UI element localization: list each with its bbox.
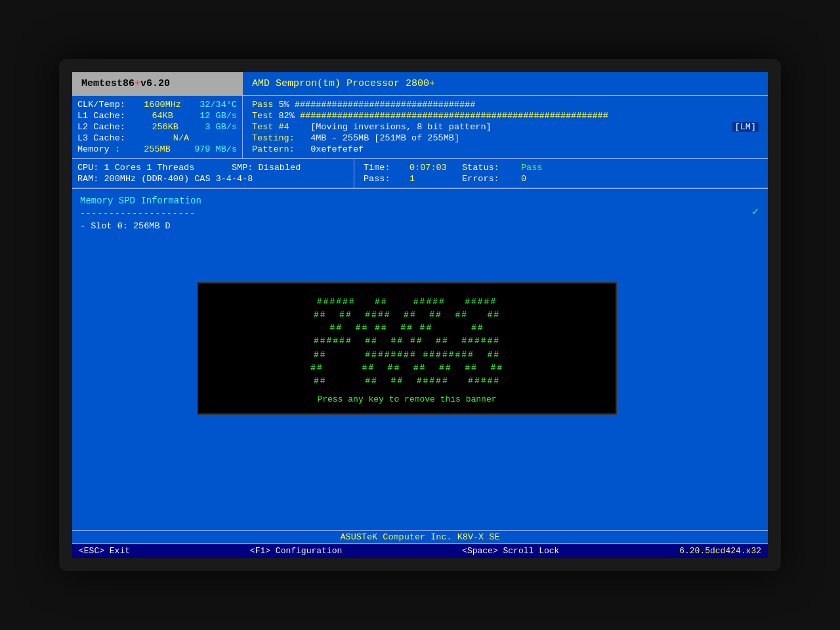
- l2-val: 256KB: [152, 122, 178, 132]
- pass-hashes: ##################################: [295, 100, 475, 110]
- l3-label: L3 Cache:: [77, 133, 125, 143]
- lm-tag: [LM]: [732, 122, 759, 132]
- l1-label: L1 Cache:: [77, 111, 125, 121]
- ram-row: RAM: 200MHz (DDR-400) CAS 3-4-4-8: [77, 174, 348, 184]
- banner-line-1: ###### ## ##### #####: [214, 295, 600, 308]
- test-num-line: Test #4 [Moving inversions, 8 bit patter…: [252, 122, 759, 132]
- mem-label: Memory :: [77, 144, 120, 154]
- l2-speed: 3 GB/s: [205, 122, 237, 132]
- test-pct-line: Test 82% ###############################…: [252, 111, 759, 121]
- mem-speed: 979 MB/s: [194, 144, 237, 154]
- pass-line: Pass 5% ################################…: [252, 100, 759, 110]
- pass-errors-row: Pass: 1 Errors: 0: [364, 174, 759, 184]
- mem-val: 255MB: [144, 144, 171, 154]
- testing-val: 4MB - 255MB [251MB of 255MB]: [310, 133, 459, 143]
- test-num: Test #4: [252, 122, 289, 132]
- l2-label: L2 Cache:: [77, 122, 125, 132]
- status-left: CPU: 1 Cores 1 Threads SMP: Disabled RAM…: [72, 159, 354, 188]
- test-pct: 82%: [279, 111, 295, 121]
- footer-space[interactable]: <Space> Scroll Lock: [462, 546, 559, 556]
- banner-line-6: ## ## ## ## ## ## ##: [214, 362, 600, 375]
- pass-num: 1: [410, 174, 462, 184]
- slot-info: - Slot 0: 256MB D: [80, 221, 760, 231]
- status-key: Status:: [462, 163, 521, 173]
- system-info: CLK/Temp: 1600MHz 32/34°C L1 Cache: 64KB…: [72, 96, 243, 158]
- pass-key: Pass:: [364, 174, 410, 184]
- pass-pct: 5%: [279, 100, 289, 110]
- version-label: v6.20: [140, 78, 170, 89]
- header-title: Memtest86+ v6.20: [72, 72, 243, 95]
- footer: ASUSTeK Computer Inc. K8V-X SE <ESC> Exi…: [72, 530, 768, 558]
- footer-keys: <ESC> Exit <F1> Configuration <Space> Sc…: [72, 543, 768, 558]
- clk-label: CLK/Temp:: [77, 100, 125, 110]
- banner-prompt[interactable]: Press any key to remove this banner: [214, 394, 600, 404]
- monitor-frame: Memtest86+ v6.20 AMD Sempron(tm) Process…: [59, 59, 781, 571]
- plus-sign: +: [135, 78, 140, 89]
- l3-row: L3 Cache: N/A: [77, 133, 237, 143]
- cpu-name: AMD Sempron(tm) Processor 2800+: [252, 78, 435, 89]
- banner-line-2: ## ## #### ## ## ## ##: [214, 308, 600, 322]
- time-status-row: Time: 0:07:03 Status: Pass: [364, 163, 759, 173]
- smp-label: SMP: Disabled: [232, 163, 301, 173]
- main-area: Memory SPD Information -----------------…: [72, 189, 768, 238]
- l3-val: N/A: [173, 133, 189, 143]
- cpu-cores-label: CPU: 1 Cores 1 Threads: [77, 163, 194, 173]
- testing-label: Testing:: [252, 133, 295, 143]
- banner-line-4: ###### ## ## ## ## ######: [214, 335, 600, 348]
- header-row: Memtest86+ v6.20 AMD Sempron(tm) Process…: [72, 72, 768, 96]
- pattern-val: 0xefefefef: [310, 144, 364, 154]
- pattern-label: Pattern:: [252, 144, 295, 154]
- status-right: Time: 0:07:03 Status: Pass Pass: 1 Error…: [354, 159, 768, 188]
- header-cpu: AMD Sempron(tm) Processor 2800+: [243, 72, 768, 95]
- info-section: CLK/Temp: 1600MHz 32/34°C L1 Cache: 64KB…: [72, 96, 768, 159]
- pattern-line: Pattern: 0xefefefef: [252, 144, 759, 154]
- app-name: Memtest86+: [81, 78, 140, 89]
- clk-val: 1600MHz: [144, 100, 181, 110]
- errors-key: Errors:: [462, 174, 521, 184]
- spd-title: Memory SPD Information: [80, 196, 760, 206]
- testing-line: Testing: 4MB - 255MB [251MB of 255MB]: [252, 133, 759, 143]
- banner-art: ###### ## ##### ##### ## ## #### ## ## #…: [214, 295, 600, 388]
- status-section: CPU: 1 Cores 1 Threads SMP: Disabled RAM…: [72, 159, 768, 189]
- time-val: 0:07:03: [410, 163, 462, 173]
- pass-label: Pass: [252, 100, 273, 110]
- mem-row: Memory : 255MB 979 MB/s: [77, 144, 237, 154]
- banner-line-7: ## ## ## ##### #####: [214, 375, 600, 388]
- l1-val: 64KB: [152, 111, 173, 121]
- ram-label: RAM: 200MHz (DDR-400) CAS 3-4-4-8: [77, 174, 253, 184]
- footer-esc[interactable]: <ESC> Exit: [79, 546, 130, 556]
- clk-row: CLK/Temp: 1600MHz 32/34°C: [77, 100, 237, 110]
- footer-f1[interactable]: <F1> Configuration: [250, 546, 342, 556]
- time-key: Time:: [364, 163, 410, 173]
- footer-brand: ASUSTeK Computer Inc. K8V-X SE: [72, 530, 768, 543]
- cpu-cores-row: CPU: 1 Cores 1 Threads SMP: Disabled: [77, 163, 348, 173]
- banner-line-3: ## ## ## ## ## ##: [214, 322, 600, 335]
- footer-version: 6.20.5dcd424.x32: [679, 546, 761, 556]
- test-hashes: ########################################…: [300, 111, 608, 121]
- test-label: Test: [252, 111, 273, 121]
- banner-overlay[interactable]: ###### ## ##### ##### ## ## #### ## ## #…: [197, 282, 617, 415]
- l1-row: L1 Cache: 64KB 12 GB/s: [77, 111, 237, 121]
- screen: Memtest86+ v6.20 AMD Sempron(tm) Process…: [72, 72, 768, 558]
- spd-dashes: --------------------: [80, 209, 760, 219]
- l1-speed: 12 GB/s: [200, 111, 237, 121]
- errors-val: 0: [521, 174, 574, 184]
- test-desc: [Moving inversions, 8 bit pattern]: [310, 122, 491, 132]
- status-val: Pass: [521, 163, 542, 173]
- l2-row: L2 Cache: 256KB 3 GB/s: [77, 122, 237, 132]
- clk-temp: 32/34°C: [200, 100, 237, 110]
- banner-line-5: ## ######## ######## ##: [214, 348, 600, 362]
- progress-info: Pass 5% ################################…: [243, 96, 768, 158]
